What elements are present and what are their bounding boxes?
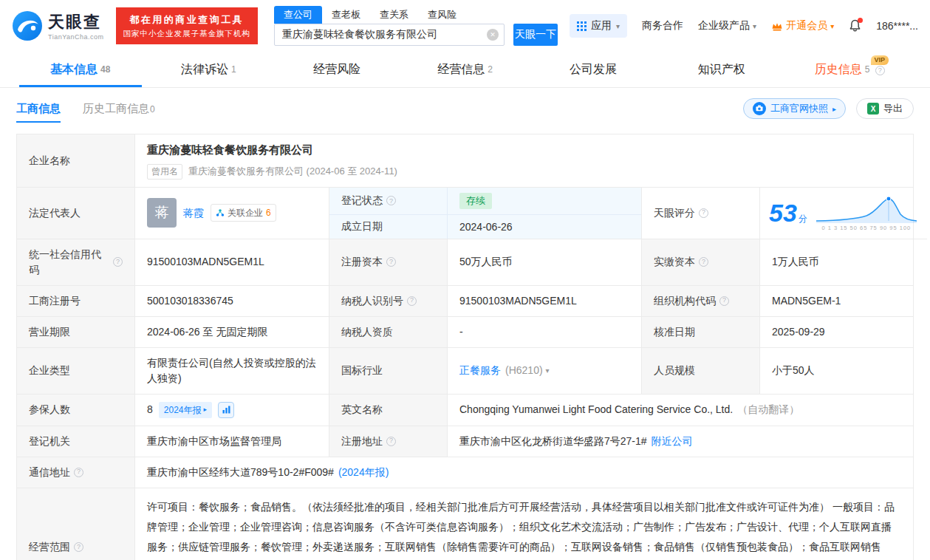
tab-legal-proceedings[interactable]: 法律诉讼1: [145, 53, 273, 87]
tab-basic-info[interactable]: 基本信息48: [16, 53, 145, 87]
value-establish-date: 2024-06-26: [448, 215, 641, 239]
clear-icon[interactable]: ✕: [487, 29, 499, 41]
value-taxpayer-no: 91500103MADN5GEM1L: [448, 286, 642, 317]
value-comm-address: 重庆市渝中区经纬大道789号10-2#F009# (2024年报): [135, 457, 913, 488]
tab-count: 1: [231, 64, 236, 75]
search-tab-risk[interactable]: 查风险: [418, 6, 466, 24]
value-reg-no: 500103018336745: [135, 286, 329, 317]
user-phone[interactable]: 186****...: [876, 20, 918, 32]
snapshot-label: 工商官网快照: [770, 102, 828, 115]
help-icon[interactable]: ?: [386, 437, 396, 446]
search-box: ✕: [274, 24, 505, 46]
menu-enterprise-product[interactable]: 企业级产品 ▾: [698, 19, 756, 33]
tab-count: 48: [100, 64, 110, 75]
export-label: 导出: [883, 102, 903, 115]
help-icon[interactable]: ?: [875, 66, 885, 75]
subnav-actions: 工商官网快照 ▸ X 导出: [743, 98, 914, 119]
grid-icon: [577, 21, 587, 31]
chevron-down-icon: ▾: [616, 22, 620, 30]
comm-address-text: 重庆市渝中区经纬大道789号10-2#F009#: [147, 465, 334, 480]
subtab-business-info[interactable]: 工商信息: [16, 102, 61, 116]
label-credit-code: 统一社会信用代码?: [17, 239, 135, 286]
table-row-business-scope: 经营范围? 许可项目：餐饮服务；食品销售。（依法须经批准的项目，经相关部门批准后…: [17, 488, 913, 560]
label-reg-status: 登记状态 ?: [329, 188, 448, 215]
help-icon[interactable]: ?: [699, 208, 708, 218]
subtab-history-business-info[interactable]: 历史工商信息0: [83, 102, 155, 116]
subtab-label: 历史工商信息: [83, 102, 149, 115]
insured-trend-button[interactable]: [218, 402, 234, 418]
search-tab-relation[interactable]: 查关系: [370, 6, 418, 24]
label-paid-capital: 实缴资本?: [642, 239, 760, 286]
search-area: 查公司 查老板 查关系 查风险 ✕ 天眼一下: [274, 6, 558, 46]
annual-report-badge[interactable]: 2024年报 ▸: [159, 402, 212, 418]
enterprise-product-label: 企业级产品: [698, 19, 750, 33]
tab-operation-risk[interactable]: 经营风险: [273, 53, 401, 87]
value-term: 2024-06-26 至 无固定期限: [135, 317, 329, 348]
help-icon[interactable]: ?: [407, 296, 417, 306]
score-axis-ticks: 0 1 3 15 50 65 75 90 95 100: [821, 224, 911, 232]
value-english-name: Chongqing Yumanwei Light Food Catering S…: [448, 395, 913, 426]
export-button[interactable]: X 导出: [856, 98, 914, 119]
label-reg-address: 注册地址?: [329, 426, 448, 457]
apps-menu[interactable]: 应用 ▾: [570, 14, 627, 38]
tab-operation-info[interactable]: 经营信息2: [401, 53, 530, 87]
menu-open-vip[interactable]: 开通会员 ▾: [771, 19, 834, 33]
label-taxpayer-no: 纳税人识别号?: [329, 286, 448, 317]
label-company-type: 企业类型: [17, 348, 135, 395]
help-icon[interactable]: ?: [719, 296, 729, 306]
tab-intellectual-property[interactable]: 知识产权: [657, 53, 786, 87]
industry-link[interactable]: 正餐服务: [459, 363, 501, 378]
company-section-tabs: 基本信息48 法律诉讼1 经营风险 经营信息2 公司发展 知识产权 VIP 历史…: [0, 53, 930, 88]
promo-banner: 都在用的商业查询工具 国家中小企业发展子基金旗下机构: [116, 7, 259, 44]
help-icon[interactable]: ?: [386, 196, 396, 205]
help-icon[interactable]: ?: [74, 542, 83, 552]
help-icon[interactable]: ?: [74, 468, 83, 477]
legal-rep-avatar[interactable]: 蒋: [147, 198, 177, 228]
former-name-text: 重庆渝蔓餐饮服务有限公司 (2024-06 至 2024-11): [188, 164, 397, 179]
relation-graph-icon: [216, 208, 225, 217]
bar-chart-icon: [222, 405, 231, 414]
label-taxpayer-quality: 纳税人资质: [329, 317, 448, 348]
tab-label: 历史信息: [815, 63, 862, 75]
tab-label: 公司发展: [570, 63, 617, 75]
table-row-comm-address: 通信地址? 重庆市渝中区经纬大道789号10-2#F009# (2024年报): [17, 457, 913, 488]
open-vip-label: 开通会员: [786, 19, 827, 33]
camera-icon: [753, 102, 766, 115]
related-companies-pill[interactable]: 关联企业 6: [211, 204, 276, 222]
value-taxpayer-quality: -: [448, 317, 642, 348]
table-row-reg-no: 工商注册号 500103018336745 纳税人识别号? 91500103MA…: [17, 286, 913, 317]
label-company-name: 企业名称: [17, 134, 135, 188]
value-company-type: 有限责任公司(自然人投资或控股的法人独资): [135, 348, 329, 395]
tab-count: 2: [488, 64, 493, 75]
help-icon[interactable]: ?: [699, 257, 708, 267]
chevron-down-icon[interactable]: ▾: [546, 365, 550, 376]
label-english-name: 英文名称: [329, 395, 448, 426]
table-row-authority: 登记机关 重庆市渝中区市场监督管理局 注册地址? 重庆市渝中区化龙桥街道华盛路7…: [17, 426, 913, 457]
chevron-right-icon: ▸: [204, 405, 208, 415]
value-insured: 8 2024年报 ▸: [135, 395, 329, 426]
menu-business-cooperation[interactable]: 商务合作: [642, 19, 683, 33]
search-button[interactable]: 天眼一下: [513, 24, 558, 46]
tab-company-development[interactable]: 公司发展: [529, 53, 657, 87]
tianyancha-logo[interactable]: 天眼查 TianYanCha.com: [12, 10, 104, 41]
search-tab-boss[interactable]: 查老板: [322, 6, 370, 24]
label-term: 营业期限: [17, 317, 135, 348]
apps-label: 应用: [591, 19, 612, 33]
help-icon[interactable]: ?: [386, 257, 396, 267]
tab-count: 5: [865, 64, 870, 75]
former-name-tag: 曾用名: [147, 164, 182, 180]
score-link[interactable]: 53 分: [769, 200, 807, 225]
search-input[interactable]: [274, 24, 505, 46]
help-icon[interactable]: ?: [113, 257, 123, 267]
table-row-term: 营业期限 2024-06-26 至 无固定期限 纳税人资质 - 核准日期 202…: [17, 317, 913, 348]
tab-history-info[interactable]: VIP 历史信息5 ?: [785, 53, 914, 87]
table-row-insured: 参保人数 8 2024年报 ▸ 英文名称: [17, 395, 913, 426]
nearby-companies-link[interactable]: 附近公司: [652, 434, 693, 449]
chevron-down-icon: ▾: [830, 22, 834, 30]
legal-rep-name-link[interactable]: 蒋霞: [183, 205, 204, 221]
search-tab-company[interactable]: 查公司: [274, 6, 322, 24]
official-snapshot-button[interactable]: 工商官网快照 ▸: [743, 98, 846, 119]
comm-address-annual-report-link[interactable]: (2024年报): [338, 465, 389, 480]
brand-name: 天眼查: [48, 11, 104, 33]
notification-bell[interactable]: [849, 19, 861, 33]
